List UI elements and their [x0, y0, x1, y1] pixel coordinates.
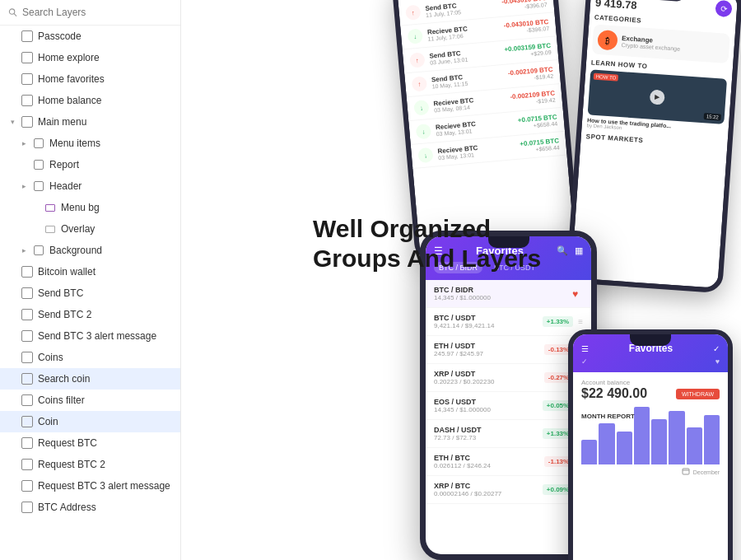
layer-label: Coin [38, 416, 58, 427]
balance-subheader: ✓ ♥ [581, 357, 720, 366]
favorites-screen: ☰ Favorites 🔍 ▦ BTC / BIDR BTC / USDT [426, 236, 591, 554]
fav-pair-item: XRP / BTC 0.00002146 / $0.20277 +0.09% ≡ [426, 476, 591, 504]
category-card: ₿ Exchange Crypto asset exchange [592, 25, 730, 63]
fav-pair-price: 0.20223 / $0.202230 [434, 378, 544, 385]
tx-details: Recieve BTC 03 May, 13:01 [437, 141, 515, 161]
fav-pair-item: EOS / USDT 14,345 / $1.000000 +0.05% ≡ [426, 392, 591, 420]
layer-item-menu-items[interactable]: Menu items [0, 133, 180, 154]
fav-pair-info: XRP / BTC 0.00002146 / $0.20277 [434, 482, 543, 497]
layer-type-icon [21, 94, 34, 107]
layer-type-icon [21, 329, 34, 343]
tx-type-icon: ↑ [409, 52, 426, 68]
fav-item-menu[interactable]: ≡ [578, 317, 583, 326]
calendar-icon [682, 467, 690, 475]
month-label: December [693, 469, 720, 475]
layer-label: Header [49, 180, 82, 192]
layer-label: Report [49, 159, 79, 170]
layer-type-icon [32, 180, 45, 193]
layer-type-icon [21, 458, 34, 471]
layer-type-icon [21, 308, 34, 321]
layer-item-home-favorites[interactable]: Home favorites [0, 68, 180, 90]
tx-amount: -0.002109 BTC -$19.42 [508, 66, 554, 83]
fav-pair-price: 14,345 / $1.000000 [434, 406, 543, 413]
layer-item-bitcoin-wallet[interactable]: Bitcoin wallet [0, 261, 180, 282]
layer-item-passcode[interactable]: Passcode [0, 26, 180, 47]
fav-pair-price: 0.026112 / $246.24 [434, 462, 544, 469]
layer-label: Request BTC [38, 437, 97, 449]
qr-icon[interactable]: ▦ [575, 245, 583, 256]
layer-item-coins[interactable]: Coins [0, 347, 180, 368]
layer-label: BTC Address [38, 502, 96, 513]
header-action-icons: 🔍 ▦ [557, 245, 583, 256]
fav-pairs-container: BTC / USDT 9,421.14 / $9,421.14 +1.33% ≡… [426, 308, 591, 504]
video-thumbnail: HOW TO ▶ 15:22 [588, 69, 727, 124]
layer-label: Main menu [38, 116, 86, 128]
layer-item-btc-address[interactable]: BTC Address [0, 497, 180, 518]
layer-item-menu-bg[interactable]: Menu bg [0, 197, 180, 218]
phone-notch-3 [488, 236, 529, 248]
layer-type-icon [21, 287, 34, 300]
fav-pair-item: ETH / BTC 0.026112 / $246.24 -1.13% ≡ [426, 448, 591, 476]
tx-amount: -0.002109 BTC -$19.42 [510, 90, 556, 107]
layer-type-icon [32, 244, 45, 257]
tx-amount: -0.043010 BTC -$396.07 [504, 18, 550, 35]
layer-label: Coins filter [38, 394, 85, 406]
tx-amount: -0.043010 BTC -$396.07 [501, 0, 548, 12]
fav-pair-bidr: BTC / BIDR 14,345 / $1.000000 [434, 286, 572, 301]
tx-type-icon: ↑ [405, 4, 422, 21]
layer-type-icon [21, 30, 34, 43]
layer-item-home-explore[interactable]: Home explore [0, 47, 180, 68]
layer-label: Overlay [61, 223, 95, 235]
layer-type-icon [44, 222, 57, 236]
layer-item-home-balance[interactable]: Home balance [0, 90, 180, 111]
heart-icon-balance: ♥ [715, 357, 720, 366]
layer-label: Search coin [38, 373, 90, 385]
chart-bar [599, 423, 614, 464]
sidebar: Passcode Home explore Home favorites Hom… [0, 0, 181, 560]
layer-list: Passcode Home explore Home favorites Hom… [0, 26, 180, 560]
month-label-row: December [581, 467, 720, 475]
fav-pair-info: EOS / USDT 14,345 / $1.000000 [434, 398, 543, 413]
fav-pair-name: DASH / USDT [434, 426, 543, 434]
favorite-heart-icon[interactable]: ♥ [572, 288, 578, 300]
layer-item-report[interactable]: Report [0, 154, 180, 175]
account-value-row: $22 490.00 WITHDRAW [581, 386, 720, 401]
layer-item-request-btc-3[interactable]: Request BTC 3 alert message [0, 475, 180, 497]
layer-item-request-btc-2[interactable]: Request BTC 2 [0, 454, 180, 475]
search-input[interactable] [22, 7, 172, 18]
layer-label: Send BTC 3 alert message [38, 330, 156, 342]
layer-item-send-btc-2[interactable]: Send BTC 2 [0, 304, 180, 325]
month-report-title: MONTH REPORT [581, 413, 720, 420]
layer-type-icon [21, 479, 34, 492]
svg-line-1 [14, 13, 16, 16]
layer-item-send-btc-3[interactable]: Send BTC 3 alert message [0, 325, 180, 347]
layer-item-main-menu[interactable]: Main menu [0, 111, 180, 133]
layer-label: Home balance [38, 95, 101, 106]
withdraw-button[interactable]: WITHDRAW [676, 389, 720, 399]
search-bar[interactable] [0, 0, 180, 26]
hamburger-icon-2[interactable]: ☰ [581, 344, 589, 353]
layer-item-coin[interactable]: Coin [0, 411, 180, 432]
layer-item-background[interactable]: Background [0, 240, 180, 261]
balance-screen: ☰ Favorites ✓ ✓ ♥ Account balance $22 49… [573, 334, 728, 560]
search-icon-fav[interactable]: 🔍 [557, 245, 568, 256]
layer-item-send-btc[interactable]: Send BTC [0, 282, 180, 304]
layer-type-icon [21, 415, 34, 428]
layer-item-request-btc[interactable]: Request BTC [0, 432, 180, 454]
fav-pair-item: ETH / USDT 245.97 / $245.97 -0.13% ≡ [426, 336, 591, 364]
play-button[interactable]: ▶ [650, 89, 665, 105]
video-label: HOW TO [594, 73, 619, 82]
layer-type-icon [21, 372, 34, 385]
chart-bar [634, 407, 650, 464]
favorites-first-item: BTC / BIDR 14,345 / $1.000000 ♥ [426, 280, 591, 308]
layer-item-search-coin[interactable]: Search coin [0, 368, 180, 390]
layer-item-coins-filter[interactable]: Coins filter [0, 390, 180, 411]
account-value: $22 490.00 [581, 386, 647, 401]
layer-item-header[interactable]: Header [0, 175, 180, 197]
pair-price: 14,345 / $1.000000 [434, 294, 572, 301]
layer-label: Home explore [38, 52, 100, 63]
layer-label: Home favorites [38, 73, 105, 85]
layer-item-overlay[interactable]: Overlay [0, 218, 180, 240]
fav-pair-name: XRP / BTC [434, 482, 543, 490]
fav-pair-info: XRP / USDT 0.20223 / $0.202230 [434, 370, 544, 385]
